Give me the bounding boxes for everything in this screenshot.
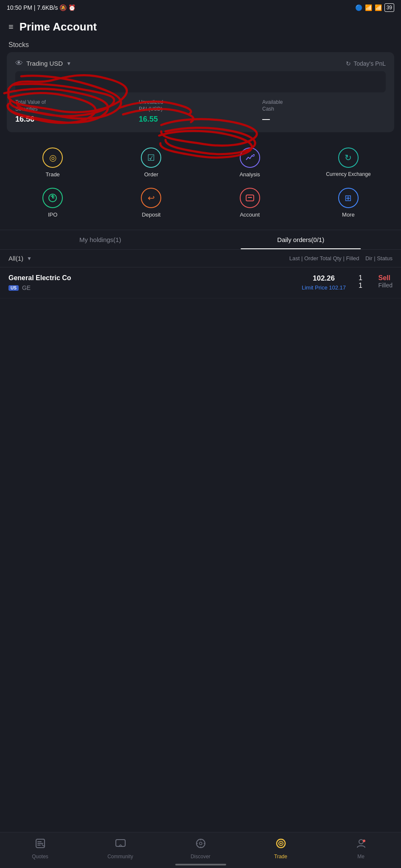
svg-point-15 (363, 840, 365, 842)
tab-daily-orders[interactable]: Daily orders(0/1) (201, 230, 401, 249)
order-ticker: GE (22, 284, 31, 291)
status-network: 7.6KB/s (37, 4, 58, 11)
filter-row: All(1) ▼ Last | Order Total Qty | Filled… (0, 250, 401, 267)
metrics-row: Total Value ofSecurities 16.56 Unrealize… (15, 99, 386, 124)
account-icon (240, 188, 260, 208)
metric-available-cash: AvailableCash — (262, 99, 386, 124)
quotes-icon (34, 837, 46, 849)
today-pnl-label: Today's PnL (353, 60, 386, 67)
svg-point-6 (199, 842, 202, 845)
svg-rect-2 (248, 197, 252, 198)
metric-label-total: Total Value ofSecurities (15, 99, 139, 112)
action-order[interactable]: ☑ Order (102, 142, 200, 183)
tab-holdings[interactable]: My holdings(1) (0, 230, 201, 249)
discover-icon (195, 837, 207, 849)
order-label: Order (144, 171, 158, 178)
ipo-label: IPO (48, 211, 57, 218)
status-time-network: 10:50 PM | 7.6KB/s 🔕 ⏰ (7, 4, 76, 11)
nav-discover[interactable]: Discover (160, 837, 241, 860)
order-qty: 1 1 (359, 274, 362, 289)
order-direction: Sell (379, 274, 393, 282)
analysis-icon (240, 147, 260, 168)
trade-nav-label: Trade (274, 854, 287, 860)
order-status: Filled (379, 282, 393, 289)
metric-value-unrealized: 16.55 (139, 115, 262, 124)
order-company: General Electric Co (8, 274, 289, 282)
action-account[interactable]: Account (201, 183, 299, 223)
community-icon (115, 837, 126, 849)
discover-label: Discover (191, 854, 210, 860)
metric-unrealized-pnl: UnrealizedP&L(USD) 16.55 (139, 99, 262, 124)
order-right: 1 1 Sell Filled (359, 274, 393, 289)
action-trade[interactable]: ◎ Trade (3, 142, 102, 183)
filter-arrow-icon: ▼ (27, 256, 32, 262)
currency-icon: ↻ (338, 147, 359, 168)
filter-label: All(1) (8, 255, 23, 262)
more-icon: ⊞ (338, 188, 359, 208)
filter-left[interactable]: All(1) ▼ (8, 255, 32, 262)
account-name-row[interactable]: 👁 Trading USD ▼ (15, 59, 71, 68)
order-row: General Electric Co US GE 102.26 Limit P… (0, 267, 401, 298)
filter-columns: Last | Order Total Qty | Filled Dir | St… (289, 255, 393, 262)
me-icon (355, 837, 367, 849)
home-indicator (175, 864, 226, 865)
me-label: Me (357, 854, 365, 860)
trade-icon: ◎ (42, 147, 63, 168)
account-value-area (15, 71, 386, 92)
svg-rect-4 (116, 840, 125, 846)
metric-total-value: Total Value ofSecurities 16.56 (15, 99, 139, 124)
account-card: 👁 Trading USD ▼ ↻ Today's PnL Total Valu… (7, 52, 394, 132)
action-currency[interactable]: ↻ Currency Exchange (299, 142, 398, 183)
account-name: Trading USD (26, 60, 63, 67)
stocks-section-label: Stocks (0, 37, 401, 52)
svg-point-13 (280, 843, 282, 844)
card-top-row: 👁 Trading USD ▼ ↻ Today's PnL (15, 59, 386, 68)
order-icon: ☑ (141, 147, 161, 168)
status-time: 10:50 PM (7, 4, 32, 11)
order-limit-price: Limit Price 102.17 (302, 284, 346, 291)
ipo-icon (42, 188, 63, 208)
svg-point-14 (359, 840, 363, 844)
nav-me[interactable]: Me (321, 837, 401, 860)
action-ipo[interactable]: IPO (3, 183, 102, 223)
order-ticker-row: US GE (8, 284, 289, 291)
action-grid: ◎ Trade ☑ Order Analysis ↻ Currency Exch… (0, 139, 401, 230)
analysis-label: Analysis (239, 171, 260, 178)
tabs-row: My holdings(1) Daily orders(0/1) (0, 230, 401, 250)
empty-content-area (0, 298, 401, 637)
currency-label: Currency Exchange (326, 171, 370, 177)
order-price: 102.26 (313, 274, 335, 283)
order-middle: 102.26 Limit Price 102.17 (294, 274, 353, 291)
metric-value-total: 16.56 (15, 115, 139, 124)
header: ≡ Prime Account (0, 15, 401, 37)
metric-label-unrealized: UnrealizedP&L(USD) (139, 99, 262, 112)
action-more[interactable]: ⊞ More (299, 183, 398, 223)
deposit-icon: ↩ (141, 188, 161, 208)
community-label: Community (107, 854, 133, 860)
menu-icon[interactable]: ≡ (8, 22, 14, 32)
nav-quotes[interactable]: Quotes (0, 837, 80, 860)
us-exchange-badge: US (8, 285, 19, 291)
order-direction-status: Sell Filled (379, 274, 393, 289)
battery: 39 (384, 3, 394, 12)
trade-label: Trade (45, 171, 59, 178)
trade-nav-icon (275, 837, 287, 849)
order-left: General Electric Co US GE (8, 274, 289, 291)
metric-value-cash: — (262, 115, 386, 124)
nav-trade[interactable]: Trade (241, 837, 321, 860)
dropdown-arrow-icon[interactable]: ▼ (66, 61, 71, 67)
action-analysis[interactable]: Analysis (201, 142, 299, 183)
today-pnl-row: ↻ Today's PnL (346, 60, 386, 67)
more-label: More (342, 211, 355, 218)
action-deposit[interactable]: ↩ Deposit (102, 183, 200, 223)
status-bar: 10:50 PM | 7.6KB/s 🔕 ⏰ 🔵 📶 📶 39 (0, 0, 401, 15)
metric-label-cash: AvailableCash (262, 99, 386, 112)
deposit-label: Deposit (142, 211, 160, 218)
nav-community[interactable]: Community (80, 837, 160, 860)
page-title: Prime Account (20, 20, 97, 33)
quotes-label: Quotes (32, 854, 48, 860)
refresh-icon[interactable]: ↻ (346, 60, 351, 67)
bottom-nav: Quotes Community Discover (0, 832, 401, 868)
status-icons: 🔵 📶 📶 39 (355, 3, 394, 12)
eye-icon[interactable]: 👁 (15, 59, 23, 68)
